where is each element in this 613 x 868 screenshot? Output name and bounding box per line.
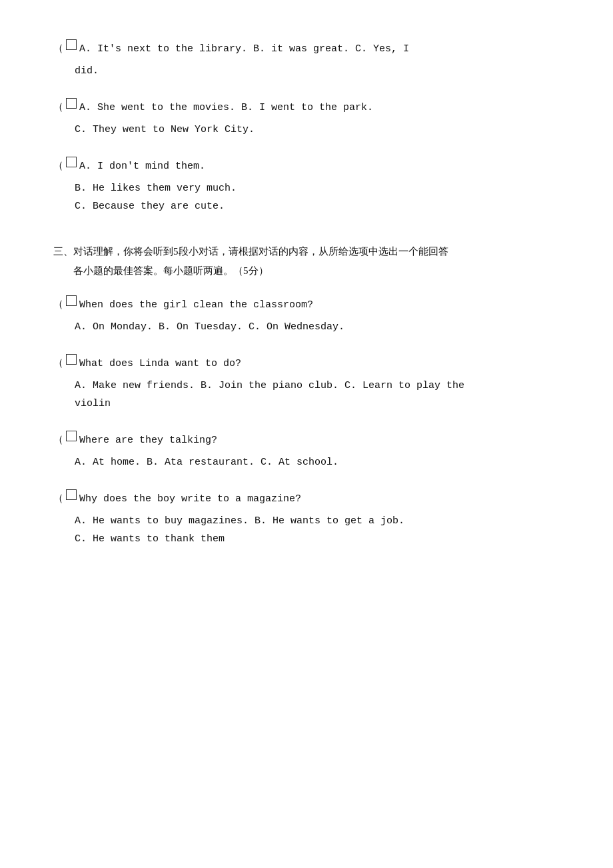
bracket-12: （	[53, 355, 63, 373]
q13-question: Where are they talking?	[79, 431, 217, 449]
q9-sub-option: C. They went to New York City.	[75, 121, 560, 139]
question-9-line: （ A. She went to the movies. B. I went t…	[53, 99, 560, 117]
question-11: （ When does the girl clean the classroom…	[53, 296, 560, 336]
q12-continuation: violin	[75, 395, 560, 413]
answer-box-8[interactable]	[66, 39, 77, 50]
q11-options: A. On Monday. B. On Tuesday. C. On Wedne…	[75, 318, 560, 336]
bracket-8: （	[53, 40, 63, 58]
q9-text: A. She went to the movies. B. I went to …	[79, 99, 373, 117]
q10-sub-b: B. He likes them very much.	[75, 179, 560, 197]
q8-text: A. It's next to the library. B. it was g…	[79, 40, 409, 58]
q11-question: When does the girl clean the classroom?	[79, 296, 313, 314]
q12-options: A. Make new friends. B. Join the piano c…	[75, 377, 560, 395]
bracket-14: （	[53, 490, 63, 508]
question-11-line: （ When does the girl clean the classroom…	[53, 296, 560, 314]
answer-box-14[interactable]	[66, 489, 77, 500]
section-3-line2: 各小题的最佳答案。每小题听两遍。（5分）	[73, 261, 560, 281]
question-13: （ Where are they talking? A. At home. B.…	[53, 431, 560, 471]
section-3-header: 三、对话理解，你将会听到5段小对话，请根据对话的内容，从所给选项中选出一个能回答…	[53, 242, 560, 280]
bracket-13: （	[53, 431, 63, 449]
question-12-line: （ What does Linda want to do?	[53, 355, 560, 373]
question-9: （ A. She went to the movies. B. I went t…	[53, 99, 560, 139]
question-13-line: （ Where are they talking?	[53, 431, 560, 449]
bracket-10: （	[53, 157, 63, 175]
q8-continuation: did.	[75, 62, 560, 80]
q10-text: A. I don't mind them.	[79, 157, 205, 175]
answer-box-10[interactable]	[66, 157, 77, 167]
answer-box-13[interactable]	[66, 431, 77, 441]
q10-sub-c: C. Because they are cute.	[75, 197, 560, 215]
question-8-line: （ A. It's next to the library. B. it was…	[53, 40, 560, 58]
answer-box-9[interactable]	[66, 98, 77, 109]
bracket-9: （	[53, 99, 63, 117]
answer-box-11[interactable]	[66, 295, 77, 306]
question-10: （ A. I don't mind them. B. He likes them…	[53, 157, 560, 215]
q14-options-line2: C. He wants to thank them	[75, 530, 560, 548]
question-8: （ A. It's next to the library. B. it was…	[53, 40, 560, 80]
q14-options-line1: A. He wants to buy magazines. B. He want…	[75, 512, 560, 530]
question-12: （ What does Linda want to do? A. Make ne…	[53, 355, 560, 413]
q13-options: A. At home. B. Ata restaurant. C. At sch…	[75, 453, 560, 471]
question-14-line: （ Why does the boy write to a magazine?	[53, 490, 560, 508]
answer-box-12[interactable]	[66, 354, 77, 365]
q12-question: What does Linda want to do?	[79, 355, 241, 373]
q14-question: Why does the boy write to a magazine?	[79, 490, 301, 508]
section-3-line1: 三、对话理解，你将会听到5段小对话，请根据对话的内容，从所给选项中选出一个能回答	[53, 246, 448, 257]
question-10-line: （ A. I don't mind them.	[53, 157, 560, 175]
question-14: （ Why does the boy write to a magazine? …	[53, 490, 560, 548]
bracket-11: （	[53, 296, 63, 314]
